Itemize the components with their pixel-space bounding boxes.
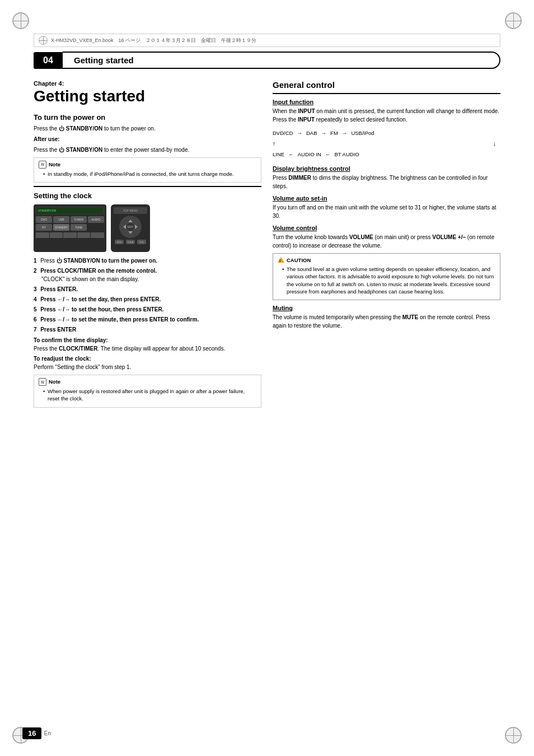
caution-box: CAUTION The sound level at a given volum… <box>273 253 500 300</box>
caution-icon <box>278 257 284 263</box>
clock-note-item-1: When power supply is restored after unit… <box>43 388 256 403</box>
chapter-label: Chapter 4: <box>34 80 261 87</box>
chapter-tab-title: Getting started <box>63 52 500 69</box>
left-column: Chapter 4: Getting started To turn the p… <box>34 80 261 411</box>
flow-arrow-up: ↑ <box>273 138 276 150</box>
dp-btn-small2 <box>50 232 63 238</box>
page-number: 16 <box>22 727 41 739</box>
volume-control-heading: Volume control <box>273 225 500 231</box>
power-after-use-text: Press the ⏻ STANDBY/ON to enter the powe… <box>34 146 261 154</box>
flow-dvdcd: DVD/CD <box>273 128 293 138</box>
muting-heading: Muting <box>273 305 500 311</box>
device-row2: - <box>36 232 104 238</box>
volume-auto-heading: Volume auto set-in <box>273 195 500 202</box>
step-5: 5 Press ←/→ to set the hour, then press … <box>34 305 261 314</box>
dpad-right <box>135 225 140 229</box>
right-column: General control Input function When the … <box>273 80 500 411</box>
signal-flow-row2: LINE ← AUDIO IN ← BT AUDIO <box>273 150 500 160</box>
flow-arrow1: → <box>295 128 304 138</box>
note-icon: N <box>39 161 46 169</box>
remote-panel: TOP MENU ENT RTN TUNE VOL <box>111 204 150 252</box>
volume-auto-section: Volume auto set-in If you turn off and o… <box>273 195 500 220</box>
remote-display: TOP MENU <box>114 207 147 214</box>
remote-btn-vol: VOL <box>137 240 146 244</box>
device-display: STANDBY/ON <box>36 207 104 214</box>
signal-flow-arrows: ↑ ↓ <box>273 138 500 150</box>
remote-btn-return: RTN <box>115 240 124 244</box>
caution-title: CAUTION <box>278 256 495 264</box>
dp-btn-small4 <box>77 232 91 238</box>
chapter-number: 04 <box>34 52 63 69</box>
chapter-main-title: Getting started <box>34 88 261 105</box>
flow-line: LINE <box>273 150 284 159</box>
device-images: STANDBY/ON DVD USB TUNER AUDIO BT STANDB… <box>34 204 261 252</box>
power-after-use-label: After use: <box>34 135 261 143</box>
clock-section-heading: Setting the clock <box>34 192 261 200</box>
corner-decoration-tr <box>505 12 522 29</box>
dp-btn-audio: AUDIO <box>88 216 104 223</box>
dp-btn-tuner: TUNER <box>71 216 87 223</box>
power-note-title: N Note <box>39 161 256 169</box>
flow-dab: DAB <box>306 128 317 138</box>
clock-note-icon: N <box>39 378 46 386</box>
flow-bt-audio: BT AUDIO <box>334 150 359 159</box>
file-path-text: X-HM32VD_VXE8_En.book 16 ページ ２０１４年３月２８日 … <box>51 37 256 44</box>
readjust-text: Perform "Setting the clock" from step 1. <box>34 363 261 371</box>
step-3: 3 Press ENTER. <box>34 285 261 293</box>
device-buttons: DVD USB TUNER AUDIO BT STANDBY TUNE <box>36 216 104 231</box>
file-header-icon <box>39 36 48 45</box>
flow-usb: USB/iPod <box>351 128 374 138</box>
remote-btn-tune: TUNE <box>126 240 135 244</box>
power-section: To turn the power on Press the ⏻ STANDBY… <box>34 113 261 183</box>
dp-btn-standby: STANDBY <box>53 224 69 231</box>
flow-fm: FM <box>330 128 338 138</box>
remote-dpad: ENT <box>119 216 142 238</box>
clock-note-list: When power supply is restored after unit… <box>43 388 256 403</box>
corner-decoration-tl <box>12 12 29 29</box>
confirm-time-text: Press the CLOCK/TIMER. The time display … <box>34 344 261 353</box>
power-note-box: N Note In standby mode, if iPod/iPhone/i… <box>34 157 261 183</box>
page: X-HM32VD_VXE8_En.book 16 ページ ２０１４年３月２８日 … <box>0 0 534 756</box>
page-lang: En <box>44 730 50 736</box>
dp-btn-small1: - <box>36 232 49 238</box>
dp-btn-bt: BT <box>36 224 52 231</box>
readjust-label: To readjust the clock: <box>34 356 261 362</box>
confirm-time-label: To confirm the time display: <box>34 337 261 343</box>
input-function-section: Input function When the INPUT on main un… <box>273 99 500 160</box>
flow-arrow2: → <box>320 128 329 138</box>
dp-btn-dvd: DVD <box>36 216 52 223</box>
divider-1 <box>34 186 261 187</box>
step-4: 4 Press ←/→ to set the day, then press E… <box>34 295 261 304</box>
input-function-text: When the INPUT on main unit is pressed, … <box>273 107 500 124</box>
dpad-left <box>121 225 126 229</box>
dp-btn-tune: TUNE <box>71 224 87 231</box>
general-control-heading: General control <box>273 80 500 90</box>
flow-arrow4: ← <box>287 150 296 160</box>
remote-bottom-btns: RTN TUNE VOL <box>115 240 146 244</box>
power-section-heading: To turn the power on <box>34 113 261 122</box>
flow-arrow5: ← <box>324 150 332 160</box>
muting-section: Muting The volume is muted temporarily w… <box>273 305 500 330</box>
clock-note-box: N Note When power supply is restored aft… <box>34 375 261 408</box>
power-note-item-1: In standby mode, if iPod/iPhone/iPad is … <box>43 170 256 178</box>
dpad-down <box>128 231 133 236</box>
volume-control-section: Volume control Turn the volume knob towa… <box>273 225 500 300</box>
dp-btn-small5 <box>91 232 104 238</box>
divider-right <box>273 93 500 94</box>
caution-list: The sound level at a given volume settin… <box>282 265 495 295</box>
signal-flow-row1: DVD/CD → DAB → FM → USB/iPod <box>273 128 500 138</box>
flow-arrow3: → <box>340 128 349 138</box>
main-content: Chapter 4: Getting started To turn the p… <box>34 80 500 411</box>
clock-steps-list: 1 Press ⏻ STANDBY/ON to turn the power o… <box>34 256 261 334</box>
volume-control-text: Turn the volume knob towards VOLUME (on … <box>273 233 500 250</box>
step-6: 6 Press ←/→ to set the minute, then pres… <box>34 315 261 324</box>
caution-item-1: The sound level at a given volume settin… <box>282 265 495 295</box>
volume-auto-text: If you turn off and on the main unit wit… <box>273 203 500 220</box>
step-7: 7 Press ENTER <box>34 325 261 334</box>
power-text1: Press the ⏻ STANDBY/ON to turn the power… <box>34 124 261 133</box>
chapter-header: 04 Getting started <box>34 52 500 69</box>
display-brightness-section: Display brightness control Press DIMMER … <box>273 165 500 190</box>
clock-section: Setting the clock STANDBY/ON DVD USB TUN… <box>34 192 261 408</box>
display-brightness-text: Press DIMMER to dims the display brightn… <box>273 174 500 190</box>
clock-note-title: N Note <box>39 378 256 386</box>
